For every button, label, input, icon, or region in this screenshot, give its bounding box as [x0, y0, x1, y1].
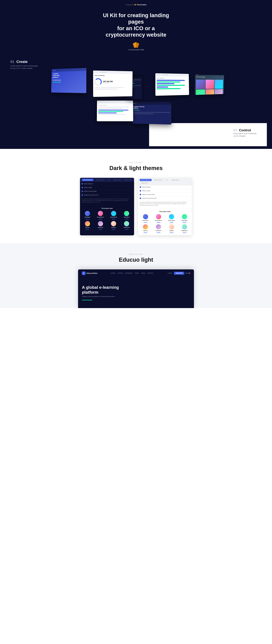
member-8-name: Natasha Perry: [121, 227, 133, 228]
social-dot: [99, 219, 100, 220]
member-7-name: Jeff Glover: [166, 230, 177, 231]
dark-theme-tabs: Seneric Questions General Persons All Yo…: [80, 178, 134, 182]
login-button[interactable]: LOGIN: [166, 272, 173, 274]
member-7-role: Manager: [166, 231, 177, 232]
social-dot: [170, 232, 171, 233]
nav-item-faqs[interactable]: FAQs: [141, 272, 145, 274]
dark-tab-5[interactable]: Young Comb: [123, 179, 132, 181]
member-5-role: Developer: [140, 231, 151, 232]
avatar-4: [182, 214, 187, 219]
educuo-logo-text: EducuoToken: [86, 272, 97, 274]
light-faq-3: What is a smart contract: [138, 193, 192, 196]
dark-tab-active[interactable]: Seneric Questions: [81, 179, 94, 181]
social-dot: [159, 232, 160, 233]
dark-faq-4: What are ICO and Pre ICO?: [80, 193, 134, 197]
page-wrapper: Designed by PriorCreative UI Kit for cre…: [0, 0, 272, 308]
member-2-socials: [95, 219, 106, 220]
member-4-role: Manager: [121, 218, 133, 218]
avatar-5: [85, 221, 90, 226]
member-4-role: Manager: [179, 221, 190, 222]
brand-name: PriorCreative: [137, 4, 146, 6]
nav-item-learn[interactable]: LEARN: [110, 272, 115, 274]
dark-faq-expand: As a broad coin offering is a fundraisin…: [80, 197, 134, 204]
member-1-socials: [81, 219, 93, 220]
nav-item-events[interactable]: EVENTS: [147, 272, 153, 274]
member-5-socials: [81, 229, 93, 230]
social-dot: [125, 219, 126, 220]
social-dot: [146, 232, 147, 233]
section-02-desc: Every aspect of all UI elements can be c…: [234, 132, 257, 137]
member-1-name: Brian Patrick: [81, 217, 93, 218]
social-dot: [158, 232, 159, 233]
dark-faq-list: What is Educuo? What is a token What is …: [80, 182, 134, 206]
member-2-role: Developer: [95, 218, 106, 218]
member-2-name: Damien Wheeler: [153, 220, 164, 221]
dark-member-5: Marc Luis Developer: [81, 221, 93, 230]
social-dot: [172, 222, 173, 223]
social-dot: [86, 219, 86, 220]
light-theme-tabs: Seneric Questions General Persons All Yo…: [138, 178, 192, 185]
avatar-6: [156, 224, 161, 230]
designed-by-text: Designed by: [126, 4, 133, 6]
social-dot: [159, 222, 160, 223]
toolkit-area: A customisable toolkit: [2, 42, 270, 51]
light-tab-active[interactable]: Seneric Questions: [140, 179, 152, 181]
member-3-name: Eleanor Estrada: [108, 217, 119, 218]
brand-diamond-icon: [134, 4, 136, 6]
member-6-socials: [153, 232, 164, 233]
faq-dot-icon: [81, 187, 83, 188]
member-3-role: Designer: [108, 218, 119, 218]
member-6-role: Designer: [95, 228, 106, 228]
designed-by-badge: Designed by PriorCreative: [2, 4, 270, 6]
social-dot: [184, 222, 185, 223]
avatar-2: [156, 214, 161, 219]
faq-dot-icon: [140, 198, 141, 199]
member-2-role: Developer: [153, 221, 164, 222]
themes-title: Dark & light themes: [2, 165, 270, 171]
nav-item-roadmap[interactable]: ROADMAP: [125, 272, 133, 274]
light-tab-3[interactable]: All: [165, 179, 169, 181]
light-tab-5[interactable]: Young Comb: [140, 182, 149, 184]
dark-tab-4[interactable]: Young & Living: [112, 179, 122, 181]
member-7-name: Jeff Glover: [108, 227, 119, 228]
faq-dot-icon: [140, 190, 141, 192]
social-dot: [145, 222, 146, 223]
dark-tab-2[interactable]: General Persons: [94, 179, 106, 181]
dark-team-section: The project team Brian Patrick Director: [80, 206, 134, 232]
dark-member-3: Eleanor Estrada Designer: [108, 211, 119, 220]
member-3-role: Designer: [166, 221, 177, 222]
flag-icon: 🇬🇧: [189, 272, 190, 274]
faq-dot-icon: [140, 186, 141, 188]
faq-dot-icon: [81, 183, 83, 184]
design-one-title: Educuo light: [2, 256, 270, 263]
light-faq-4: What are ICO and Pre ICO?: [138, 196, 192, 200]
light-tab-2[interactable]: General Persons: [152, 179, 164, 181]
social-dot: [144, 222, 145, 223]
member-7-role: Manager: [108, 228, 119, 228]
light-team-title: The project team: [140, 211, 190, 212]
educuo-logo-icon: E: [82, 272, 85, 275]
social-dot: [87, 229, 88, 230]
screen-white-stats: Team registration Token distribution 140…: [93, 70, 133, 97]
light-member-7: Jeff Glover Manager: [166, 224, 177, 233]
dark-team-grid: Brian Patrick Director Damien Wheeler: [81, 211, 133, 230]
nav-item-token[interactable]: TOKEN: [118, 272, 123, 274]
social-dot: [183, 232, 184, 233]
hero-section: Designed by PriorCreative UI Kit for cre…: [0, 0, 272, 56]
member-7-socials: [108, 229, 119, 230]
light-member-1: Brian Patrick Director: [140, 214, 151, 223]
light-tab-4[interactable]: Young & Living: [170, 179, 180, 181]
language-selector[interactable]: ENG 🇬🇧: [185, 272, 190, 274]
svg-marker-5: [133, 44, 139, 48]
avatar-1: [85, 211, 90, 216]
register-button[interactable]: REGISTER: [174, 272, 184, 275]
nav-item-team[interactable]: TEAM: [135, 272, 139, 274]
avatar-6: [98, 221, 103, 226]
avatar-8: [182, 224, 187, 230]
educuo-nav: LEARN TOKEN ROADMAP TEAM FAQs EVENTS: [110, 272, 154, 274]
member-6-name: Justin Archer: [153, 230, 164, 231]
light-member-5: Marc Luis Developer: [140, 224, 151, 233]
two-themes-section: TWO THEMES Dark & light themes Seneric Q…: [0, 149, 272, 243]
dark-tab-3[interactable]: All: [106, 179, 111, 181]
social-dot: [170, 222, 171, 223]
